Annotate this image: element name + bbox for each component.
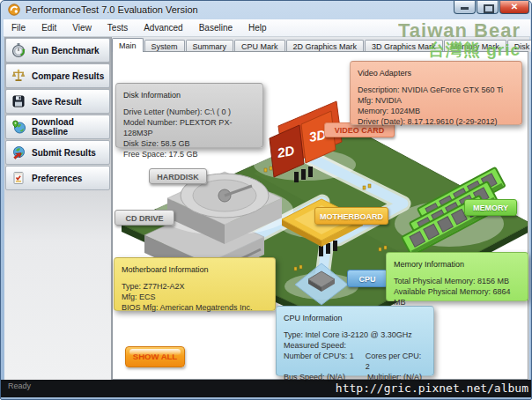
scales-icon [11,68,26,84]
watermark-text: 台灣熊 gric [428,39,521,62]
watermark-url: http://gric.pixnet.net/album [336,381,528,395]
floppy-disk-icon [11,93,26,109]
cpu-label[interactable]: CPU [347,270,388,287]
minimize-icon [461,7,469,10]
preferences-button[interactable]: Preferences [5,166,110,190]
disk-info-title: Disk Information [123,90,255,100]
sidebar-item-label: Preferences [32,174,82,183]
disk-info-line: Free Space: 17.5 GB [123,149,255,159]
memory-info-box: Memory Information Total Physical Memory… [386,252,528,301]
menu-file[interactable]: File [4,21,33,34]
motherboard-info-box: Motherboard Information Type: Z77H2-A2X … [114,257,276,311]
run-benchmark-button[interactable]: Run Benchmark [5,38,110,63]
memory-label[interactable]: MEMORY [464,199,517,216]
tab-summary[interactable]: Summary [186,40,234,52]
stopwatch-icon [11,42,26,58]
menu-advanced[interactable]: Advanced [136,21,190,34]
motherboard-info-title: Motherboard Information [122,264,268,275]
app-icon [8,4,20,16]
cpu-info-line: Measured Speed: [284,340,426,351]
menu-tests[interactable]: Tests [100,21,136,34]
title-bar[interactable]: PerformanceTest 7.0 Evaluation Version ✕ [1,1,531,19]
tab-system[interactable]: System [144,40,185,52]
status-text: Ready [8,381,31,390]
download-baseline-button[interactable]: Download Baseline [5,115,110,139]
globe-arrow-icon [11,144,26,160]
sidebar-item-label: Download Baseline [32,117,109,137]
disk-info-line: Model Number: PLEXTOR PX-128M3P [123,117,255,138]
disk-info-line: Drive Letter (Number): C:\ ( 0 ) [123,107,255,117]
menu-view[interactable]: View [64,21,100,34]
sidebar-item-label: Submit Results [32,148,96,158]
show-all-button[interactable]: SHOW ALL [125,346,185,367]
cpu-info-cores: Cores per CPU: 2 [366,351,426,372]
app-window: PerformanceTest 7.0 Evaluation Version ✕… [0,0,532,400]
menu-baseline[interactable]: Baseline [191,21,240,34]
maximize-button[interactable] [477,1,499,14]
memory-info-title: Memory Information [394,259,521,270]
cpu-info-cpus: Number of CPU's: 1 [284,351,366,372]
video-adapters-box: Video Adapters Description: NVIDIA GeFor… [350,61,522,125]
status-bar: Ready http://gric.pixnet.net/album [1,380,532,397]
memory-info-line: Total Physical Memory: 8156 MB [394,276,521,286]
sidebar-item-label: Run Benchmark [32,46,100,56]
menu-edit[interactable]: Edit [33,21,64,34]
submit-results-button[interactable]: Submit Results [5,140,110,165]
cpu-info-line: Type: Intel Core i3-2120 @ 3.30GHz [284,330,426,340]
harddisk-label[interactable]: HARDDISK [149,168,207,184]
video-adapters-title: Video Adapters [358,68,514,78]
sidebar: Run Benchmark Compare Results [4,37,112,380]
video-adapters-line: Mfg: NVIDIA [358,95,514,106]
sidebar-item-label: Compare Results [32,71,104,81]
video-adapters-line: Memory: 1024MB [358,106,514,116]
menu-help[interactable]: Help [240,21,275,34]
tab-main[interactable]: Main [112,38,144,52]
cd-drive-label[interactable]: CD DRIVE [115,210,174,226]
notepad-icon [11,170,26,186]
cpu-info-box: CPU Information Type: Intel Core i3-2120… [276,306,434,376]
disk-info-line: Disk Size: 58.5 GB [123,138,255,149]
motherboard-info-line: BIOS Mfg: American Megatrends Inc. [122,302,268,313]
card-2d-label: 2D [276,143,296,160]
disk-info-box: Disk Information Drive Letter (Number): … [115,83,263,148]
maximize-icon [484,4,494,13]
tab-cpu-mark[interactable]: CPU Mark [234,40,285,52]
close-icon: ✕ [511,2,518,11]
minimize-button[interactable] [454,1,476,14]
window-title: PerformanceTest 7.0 Evaluation Version [26,4,198,15]
video-adapters-line: Driver (Date): 8.17.12.9610 (2-29-2012) [358,116,514,127]
close-button[interactable]: ✕ [499,1,529,14]
cpu-info-title: CPU Information [284,313,426,323]
video-adapters-line: Description: NVIDIA GeForce GTX 560 Ti [358,85,514,95]
motherboard-label[interactable]: MOTHERBOARD [314,207,388,225]
globe-pin-icon [11,119,26,135]
compare-results-button[interactable]: Compare Results [5,63,110,88]
memory-info-line: Available Physical Memory: 6864 MB [394,286,521,307]
save-result-button[interactable]: Save Result [5,89,110,114]
tab-2d-graphics-mark[interactable]: 2D Graphics Mark [286,40,365,52]
motherboard-info-line: Mfg: ECS [122,292,268,302]
sidebar-item-label: Save Result [32,97,82,107]
motherboard-info-line: Type: Z77H2-A2X [122,281,268,292]
